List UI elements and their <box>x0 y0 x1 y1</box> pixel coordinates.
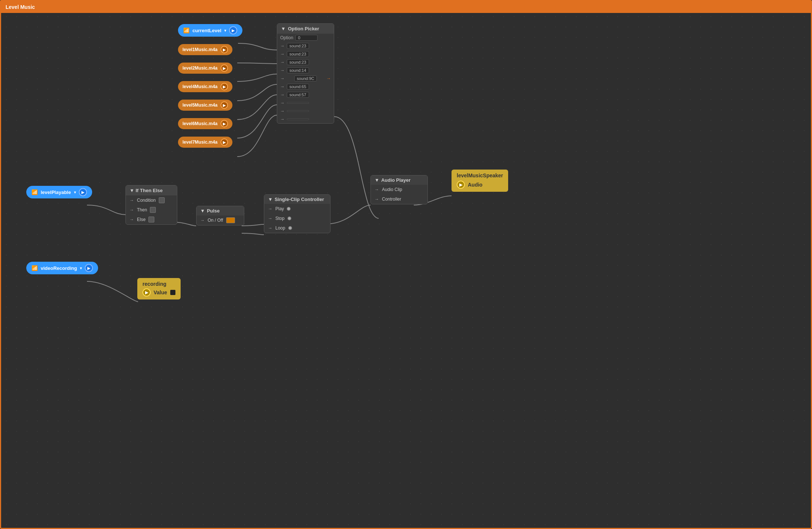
op-val-4: sound:14 <box>287 67 309 73</box>
op-val-6: sound:65 <box>287 84 309 90</box>
op-row-7: → sound:57 <box>277 91 334 99</box>
level7-out-port[interactable]: ▶ <box>221 138 228 146</box>
if-then-else-node: ▼ If Then Else → Condition → Then → Else <box>125 185 177 225</box>
title-bar: Level Music <box>1 1 811 13</box>
recording-value-label: Value <box>154 289 167 295</box>
op-row-3: → sound:23 <box>277 58 334 66</box>
op-val-8 <box>287 102 309 104</box>
ite-title: If Then Else <box>136 188 163 193</box>
recording-in-port: ▶ <box>142 288 151 297</box>
single-clip-controller-node: ▼ Single-Clip Controller → Play → Stop →… <box>264 194 330 233</box>
ite-else-row: → Else <box>126 215 177 224</box>
else-port: → <box>130 217 134 222</box>
ap-controller-label: Controller <box>382 197 401 202</box>
speaker-in-port: ▶ <box>457 181 465 189</box>
pulse-title: Pulse <box>207 208 220 214</box>
connections-svg <box>1 13 811 528</box>
level-playable-out-port[interactable]: ▶ <box>79 188 87 196</box>
wifi-icon: 📶 <box>183 27 189 33</box>
option-picker-title: Option Picker <box>288 26 319 31</box>
scc-stop-label: Stop <box>275 216 285 221</box>
video-recording-out-port[interactable]: ▶ <box>85 264 93 272</box>
level5-label: level5Music.m4a <box>182 103 218 108</box>
level5-file-node[interactable]: level5Music.m4a ▶ <box>178 100 232 111</box>
level4-label: level4Music.m4a <box>182 84 218 89</box>
level6-out-port[interactable]: ▶ <box>221 120 228 127</box>
ite-condition-row: → Condition <box>126 195 177 205</box>
op-val-2: sound:23 <box>287 51 309 57</box>
level4-file-node[interactable]: level4Music.m4a ▶ <box>178 81 232 92</box>
scc-play-row: → Play <box>264 204 330 214</box>
level1-out-port[interactable]: ▶ <box>221 46 228 53</box>
ite-collapse: ▼ <box>130 188 134 193</box>
level1-label: level1Music.m4a <box>182 47 218 52</box>
current-level-label: currentLevel <box>192 28 221 33</box>
level-playable-label: levelPlayable <box>41 190 71 195</box>
level2-file-node[interactable]: level2Music.m4a ▶ <box>178 63 232 74</box>
speaker-audio-row: ▶ Audio <box>457 181 503 189</box>
dropdown-arrow: ▾ <box>224 29 226 33</box>
level1-file-node[interactable]: level1Music.m4a ▶ <box>178 44 232 55</box>
level4-out-port[interactable]: ▶ <box>221 83 228 90</box>
scc-stop-row: → Stop <box>264 214 330 223</box>
level7-file-node[interactable]: level7Music.m4a ▶ <box>178 137 232 148</box>
dropdown-arrow-recording: ▾ <box>80 266 82 270</box>
op-row-4: → sound:14 <box>277 66 334 74</box>
onoff-toggle[interactable] <box>226 217 235 223</box>
scc-loop-label: Loop <box>275 225 285 231</box>
main-window: Level Music 📶 currentLevel ▾ ▶ <box>0 0 812 529</box>
dropdown-arrow-playable: ▾ <box>74 190 76 194</box>
then-toggle[interactable] <box>150 207 156 213</box>
speaker-audio-label: Audio <box>468 182 483 188</box>
recording-title: recording <box>142 281 175 287</box>
ite-header: ▼ If Then Else <box>126 185 177 195</box>
op-row-10: → <box>277 115 334 123</box>
speaker-title: levelMusicSpeaker <box>457 173 503 178</box>
else-toggle[interactable] <box>148 217 154 222</box>
condition-toggle[interactable] <box>159 197 165 203</box>
op-val-9 <box>287 110 309 112</box>
then-port: → <box>130 207 134 212</box>
level-playable-node[interactable]: 📶 levelPlayable ▾ ▶ <box>26 186 92 198</box>
ap-controller-row: → Controller <box>371 194 427 204</box>
level5-out-port[interactable]: ▶ <box>221 101 228 109</box>
level6-file-node[interactable]: level6Music.m4a ▶ <box>178 118 232 129</box>
recording-value-square <box>170 290 175 295</box>
ap-title: Audio Player <box>381 177 410 183</box>
level6-label: level6Music.m4a <box>182 121 218 126</box>
recording-output-node[interactable]: recording ▶ Value <box>137 278 181 299</box>
ite-then-label: Then <box>137 207 147 212</box>
video-recording-label: videoRecording <box>41 265 77 271</box>
condition-port: → <box>130 198 134 203</box>
level2-out-port[interactable]: ▶ <box>221 64 228 72</box>
ap-audioclip-label: Audio Clip <box>382 187 402 192</box>
pulse-collapse: ▼ <box>200 208 205 214</box>
ite-condition-label: Condition <box>137 198 156 203</box>
op-val-1: sound:23 <box>287 43 309 49</box>
wifi-icon-playable: 📶 <box>31 189 38 195</box>
scc-play-label: Play <box>275 206 284 211</box>
ap-header: ▼ Audio Player <box>371 175 427 185</box>
video-recording-node[interactable]: 📶 videoRecording ▾ ▶ <box>26 262 98 274</box>
level-music-speaker-node[interactable]: levelMusicSpeaker ▶ Audio <box>452 170 508 192</box>
op-row-1: → sound:23 <box>277 42 334 50</box>
pulse-header: ▼ Pulse <box>197 206 244 215</box>
current-level-out-port[interactable]: ▶ <box>229 26 237 34</box>
scc-header: ▼ Single-Clip Controller <box>264 195 330 204</box>
op-val-10 <box>287 118 309 120</box>
level2-label: level2Music.m4a <box>182 66 218 71</box>
op-row-5: → sound:9C → <box>277 74 334 83</box>
option-row-label: Option 0 <box>277 34 334 42</box>
op-row-8: → <box>277 99 334 107</box>
wifi-icon-recording: 📶 <box>31 265 38 271</box>
stop-port <box>288 217 291 220</box>
current-level-node[interactable]: 📶 currentLevel ▾ ▶ <box>178 24 242 37</box>
ite-then-row: → Then <box>126 205 177 215</box>
pulse-node: ▼ Pulse → On / Off <box>196 206 244 225</box>
ite-else-label: Else <box>137 217 145 222</box>
ap-audioclip-row: → Audio Clip <box>371 185 427 194</box>
option-value: 0 <box>295 35 318 41</box>
scc-collapse: ▼ <box>268 197 273 202</box>
window-title: Level Music <box>6 4 35 10</box>
op-row-6: → sound:65 <box>277 83 334 91</box>
